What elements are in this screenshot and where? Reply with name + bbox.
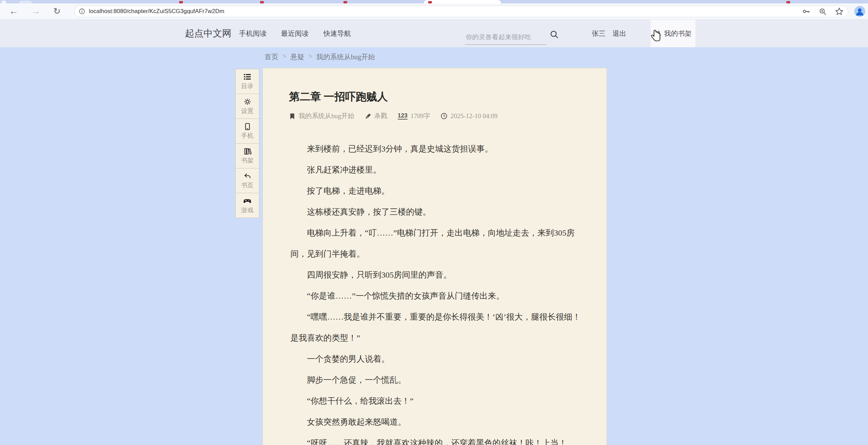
meta-word-count: 123 1709字	[398, 112, 430, 121]
search-input[interactable]	[465, 30, 546, 45]
breadcrumb-book[interactable]: 我的系统从bug开始	[317, 52, 375, 62]
chapter-panel: 第二章 一招吓跑贼人 我的系统从bug开始 杀戮 123 1709字	[262, 68, 607, 445]
forward-button[interactable]: →	[31, 3, 40, 19]
paragraph: 张凡赶紧冲进楼里。	[290, 159, 581, 180]
paragraph: 一个贪婪的男人说着。	[290, 349, 581, 370]
paragraph: “你想干什么，给我滚出去！”	[290, 391, 581, 412]
clock-icon	[441, 113, 447, 120]
reload-button[interactable]: ↻	[53, 3, 61, 19]
paragraph: 四周很安静，只听到305房间里的声音。	[290, 265, 581, 286]
my-bookshelf-link[interactable]: 我的书架	[651, 20, 695, 47]
username-link[interactable]: 张三	[592, 29, 606, 38]
book-bookmark-icon	[289, 113, 296, 120]
breadcrumb-category[interactable]: 悬疑	[290, 52, 304, 62]
gamepad-icon	[243, 197, 251, 205]
bookmark-star-icon[interactable]	[835, 7, 844, 16]
back-arrow-icon	[244, 172, 251, 180]
pen-icon	[365, 113, 371, 120]
paragraph: “你是谁……”一个惊慌失措的女孩声音从门缝传出来。	[290, 286, 581, 307]
tab-favicon-icon	[428, 1, 432, 3]
paragraph: 按了电梯，走进电梯。	[290, 180, 581, 201]
tab-favicon-icon[interactable]	[179, 1, 183, 3]
breadcrumb-separator: >	[308, 52, 312, 62]
paragraph: 女孩突然勇敢起来怒喝道。	[290, 412, 581, 433]
paragraph: 来到楼前，已经迟到3分钟，真是史城这货担误事。	[290, 138, 581, 159]
password-key-icon[interactable]	[802, 7, 811, 16]
zoom-in-icon[interactable]	[818, 7, 827, 16]
meta-word-count-value: 1709字	[411, 112, 430, 121]
bookshelf-mini-icon	[654, 30, 661, 37]
paragraph: “呀呀……还真辣，我就喜欢这种辣的，还穿着黑色的丝袜！咔！上当！	[290, 433, 581, 445]
meta-published: 2025-12-10 04:09	[441, 112, 498, 120]
sidebar-label: 手机	[241, 132, 254, 140]
sidebar-label: 书页	[241, 181, 254, 189]
phone-icon	[244, 123, 251, 131]
browser-toolbar: ← → ↻ localhost:8080/chapter/KcZuiS5CG3g…	[0, 3, 868, 20]
address-bar[interactable]: localhost:8080/chapter/KcZuiS5CG3gqufAFr…	[74, 6, 848, 17]
search-icon	[549, 30, 559, 39]
sidebar-item-mobile[interactable]: 手机	[235, 118, 259, 144]
tab-favicon-icon[interactable]	[260, 1, 264, 3]
my-bookshelf-label: 我的书架	[664, 29, 692, 38]
sidebar-label: 目录	[241, 82, 254, 90]
site-header: 起点中文网 手机阅读 最近阅读 快速导航 张三 退出 我的书架	[0, 20, 868, 47]
site-logo-link[interactable]: 起点中文网	[185, 20, 231, 47]
meta-book[interactable]: 我的系统从bug开始	[289, 112, 354, 121]
tab-favicon-icon[interactable]	[343, 1, 347, 3]
sidebar-label: 游戏	[241, 206, 254, 214]
meta-book-name: 我的系统从bug开始	[299, 112, 354, 121]
tab-favicon-icon[interactable]	[786, 1, 790, 3]
meta-author[interactable]: 杀戮	[365, 112, 388, 121]
browser-tab-strip	[0, 0, 868, 3]
sidebar-item-bookshelf[interactable]: 书架	[235, 143, 259, 168]
sidebar-item-catalog[interactable]: 目录	[235, 69, 259, 94]
sidebar-item-back-to-page[interactable]: 书页	[235, 168, 259, 193]
sidebar-item-game[interactable]: 游戏	[235, 193, 259, 218]
nav-recent-reading[interactable]: 最近阅读	[281, 20, 309, 47]
chapter-body: 来到楼前，已经迟到3分钟，真是史城这货担误事。 张凡赶紧冲进楼里。 按了电梯，走…	[263, 138, 607, 445]
nav-quick-links[interactable]: 快速导航	[323, 20, 351, 47]
chapter-meta: 我的系统从bug开始 杀戮 123 1709字 2025-12-10 04:09	[289, 112, 580, 121]
paragraph: 脚步一个急促，一个慌乱。	[290, 370, 581, 391]
sidebar-item-settings[interactable]: 设置	[235, 94, 259, 119]
sidebar-label: 设置	[241, 107, 254, 115]
chapter-title: 第二章 一招吓跑贼人	[289, 90, 580, 104]
meta-author-name: 杀戮	[374, 112, 388, 121]
breadcrumb: 首页 > 悬疑 > 我的系统从bug开始	[265, 52, 375, 62]
profile-avatar[interactable]	[854, 6, 865, 17]
paragraph: 这栋楼还真安静，按了三楼的键。	[290, 201, 581, 222]
site-info-icon[interactable]	[79, 8, 85, 15]
gear-icon	[244, 98, 251, 106]
user-area: 张三 退出	[592, 20, 626, 47]
list-icon	[243, 73, 251, 81]
breadcrumb-separator: >	[282, 52, 286, 62]
bookshelf-icon	[244, 147, 251, 155]
paragraph: 电梯向上升着，“叮……”电梯门打开，走出电梯，向地址走去，来到305房间，见到门…	[290, 222, 581, 265]
sidebar-label: 书架	[241, 156, 254, 165]
active-browser-tab[interactable]	[424, 0, 501, 3]
url-text[interactable]: localhost:8080/chapter/KcZuiS5CG3gqufAFr…	[89, 8, 224, 15]
meta-published-time: 2025-12-10 04:09	[451, 112, 498, 120]
logout-link[interactable]: 退出	[612, 29, 626, 38]
paragraph: “嘿嘿……我是谁并不重要，重要的是你长得很美！‘凶’很大，腿很长很细！是我喜欢的…	[290, 307, 581, 349]
word-count-icon: 123	[398, 113, 407, 120]
reader-sidebar: 目录 设置 手机 书架	[235, 69, 259, 218]
nav-mobile-reading[interactable]: 手机阅读	[239, 20, 267, 47]
search-button[interactable]	[548, 29, 560, 40]
back-button[interactable]: ←	[9, 3, 18, 19]
breadcrumb-home[interactable]: 首页	[265, 52, 278, 62]
